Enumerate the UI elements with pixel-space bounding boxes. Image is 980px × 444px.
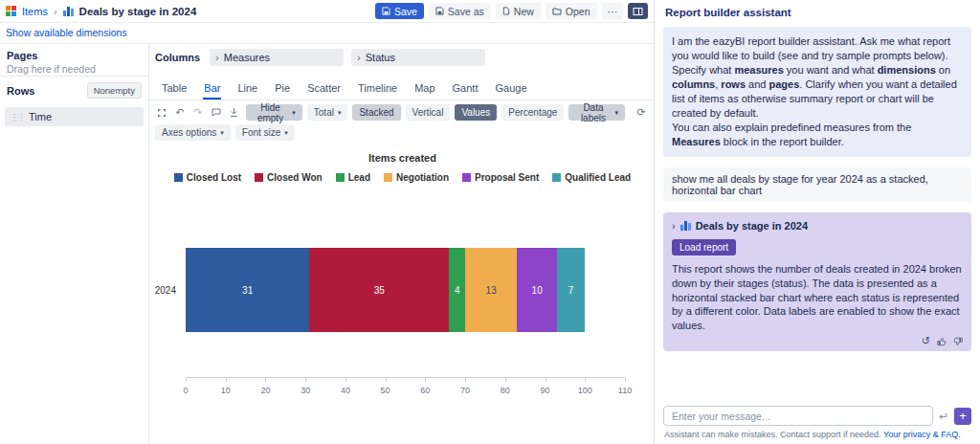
user-message: show me all deals by stage for year 2024… bbox=[663, 167, 971, 202]
assistant-panel-icon bbox=[633, 7, 643, 16]
tab-map[interactable]: Map bbox=[413, 80, 435, 100]
tab-timeline[interactable]: Timeline bbox=[357, 80, 398, 100]
columns-chip-status[interactable]: ›Status bbox=[351, 49, 485, 66]
chart-plot: 2024 3135413107 010203040506070809010011… bbox=[155, 194, 650, 403]
message-input[interactable] bbox=[672, 411, 924, 422]
legend-item[interactable]: Closed Won bbox=[255, 172, 323, 183]
bar-segment[interactable]: 10 bbox=[517, 248, 557, 332]
legend-swatch bbox=[174, 173, 183, 182]
view-tabs: TableBarLinePieScatterTimelineMapGanttGa… bbox=[149, 77, 654, 100]
tab-table[interactable]: Table bbox=[161, 80, 188, 100]
tab-scatter[interactable]: Scatter bbox=[306, 80, 342, 100]
privacy-faq-link[interactable]: Your privacy & FAQ. bbox=[883, 430, 961, 439]
open-button-label: Open bbox=[566, 6, 590, 17]
legend-item[interactable]: Proposal Sent bbox=[462, 172, 539, 183]
legend-item[interactable]: Lead bbox=[336, 172, 370, 183]
thumbs-up-icon[interactable] bbox=[937, 337, 947, 346]
tab-gantt[interactable]: Gantt bbox=[452, 80, 479, 100]
new-button[interactable]: New bbox=[496, 3, 541, 19]
export-icon[interactable] bbox=[228, 105, 241, 121]
axes-options-button[interactable]: Axes options▾ bbox=[155, 124, 231, 141]
x-axis-line bbox=[186, 377, 625, 378]
values-toggle[interactable]: Values bbox=[455, 104, 497, 121]
bar-segment[interactable]: 13 bbox=[465, 248, 517, 332]
save-button[interactable]: Save bbox=[375, 3, 424, 19]
open-button[interactable]: Open bbox=[546, 3, 597, 19]
more-actions-button[interactable]: ⋯ bbox=[602, 3, 624, 19]
thumbs-down-icon[interactable] bbox=[953, 337, 963, 346]
enter-key-icon[interactable]: ↵ bbox=[939, 410, 948, 423]
x-axis-tick-label: 80 bbox=[501, 386, 510, 395]
hide-empty-label: Hide empty bbox=[253, 102, 289, 123]
assistant-intro-message: I am the eazyBI report builder assistant… bbox=[663, 27, 971, 157]
report-card-chart-icon bbox=[680, 221, 691, 231]
bar-segment[interactable]: 7 bbox=[557, 248, 585, 332]
chevron-down-icon: ▾ bbox=[284, 129, 288, 137]
x-axis-tick bbox=[186, 378, 187, 382]
columns-label: Columns bbox=[155, 49, 200, 63]
drag-handle-icon: ⋮⋮ bbox=[11, 113, 24, 122]
rows-label: Rows bbox=[7, 85, 34, 97]
legend-item[interactable]: Qualified Lead bbox=[552, 172, 631, 183]
save-as-button[interactable]: Save as bbox=[429, 3, 491, 19]
rows-header: Rows Nonempty bbox=[5, 82, 144, 99]
undo-icon[interactable]: ↶ bbox=[173, 105, 187, 121]
eazybi-logo-icon[interactable] bbox=[6, 6, 16, 16]
x-axis-tick bbox=[386, 378, 387, 382]
bar-segment[interactable]: 35 bbox=[309, 248, 449, 332]
x-axis-tick bbox=[345, 378, 346, 382]
report-card-header[interactable]: › Deals by stage in 2024 bbox=[672, 220, 963, 232]
x-axis-tick-label: 110 bbox=[618, 386, 632, 395]
x-axis-tick-label: 20 bbox=[260, 386, 270, 395]
total-button[interactable]: Total▾ bbox=[307, 104, 348, 121]
legend-item[interactable]: Negotiation bbox=[384, 172, 449, 183]
nonempty-button[interactable]: Nonempty bbox=[87, 82, 142, 99]
report-card-title: Deals by stage in 2024 bbox=[696, 220, 808, 232]
legend-label: Proposal Sent bbox=[475, 172, 539, 183]
save-as-button-label: Save as bbox=[448, 6, 484, 17]
chevron-down-icon: ▾ bbox=[338, 109, 342, 117]
breadcrumb-items-link[interactable]: Items bbox=[22, 6, 48, 17]
x-axis-tick bbox=[226, 378, 227, 382]
columns-chips: ›Measures›Status bbox=[210, 49, 485, 66]
chevron-right-icon: › bbox=[672, 220, 676, 232]
hide-empty-button[interactable]: Hide empty▾ bbox=[246, 104, 302, 121]
tab-gauge[interactable]: Gauge bbox=[494, 80, 527, 100]
data-labels-button[interactable]: Data labels▾ bbox=[568, 104, 625, 121]
stacked-toggle[interactable]: Stacked bbox=[352, 104, 400, 121]
subbar: Show available dimensions bbox=[0, 23, 654, 44]
legend-label: Lead bbox=[348, 172, 370, 183]
bar-segment[interactable]: 4 bbox=[449, 248, 465, 332]
new-conversation-button[interactable]: + bbox=[954, 408, 971, 425]
retry-icon[interactable]: ↺ bbox=[922, 336, 930, 346]
expand-icon[interactable] bbox=[155, 105, 168, 121]
percentage-toggle[interactable]: Percentage bbox=[501, 104, 564, 121]
vertical-toggle[interactable]: Vertical bbox=[406, 104, 451, 121]
x-axis-tick bbox=[425, 378, 426, 382]
tab-line[interactable]: Line bbox=[236, 80, 258, 100]
bar-segment[interactable]: 31 bbox=[186, 248, 309, 332]
comment-icon[interactable] bbox=[210, 105, 223, 121]
report-chart-icon bbox=[63, 7, 74, 16]
workspace: Columns ›Measures›Status TableBarLinePie… bbox=[149, 44, 654, 444]
pages-drop-hint: Drag here if needed bbox=[7, 63, 142, 75]
tab-bar[interactable]: Bar bbox=[203, 80, 221, 100]
load-report-button[interactable]: Load report bbox=[672, 239, 736, 255]
rows-dimension-time[interactable]: ⋮⋮Time bbox=[5, 107, 144, 126]
tab-pie[interactable]: Pie bbox=[274, 80, 291, 100]
assistant-toggle-button[interactable] bbox=[628, 3, 648, 19]
x-axis-tick bbox=[585, 378, 586, 382]
show-dimensions-link[interactable]: Show available dimensions bbox=[6, 27, 127, 38]
columns-chip-measures[interactable]: ›Measures bbox=[210, 49, 344, 66]
chart-area: Items created Closed LostClosed WonLeadN… bbox=[149, 144, 654, 444]
legend-swatch bbox=[255, 173, 263, 182]
data-label: 10 bbox=[532, 285, 543, 296]
data-labels-label: Data labels bbox=[575, 102, 611, 123]
redo-icon[interactable]: ↷ bbox=[191, 105, 205, 121]
new-button-label: New bbox=[514, 6, 534, 17]
legend-item[interactable]: Closed Lost bbox=[174, 172, 241, 183]
rows-dimensions-list: ⋮⋮Time bbox=[5, 107, 144, 126]
refresh-icon[interactable]: ⟳ bbox=[635, 105, 648, 121]
pages-section[interactable]: Pages Drag here if needed bbox=[0, 44, 148, 77]
font-size-button[interactable]: Font size▾ bbox=[235, 124, 295, 141]
